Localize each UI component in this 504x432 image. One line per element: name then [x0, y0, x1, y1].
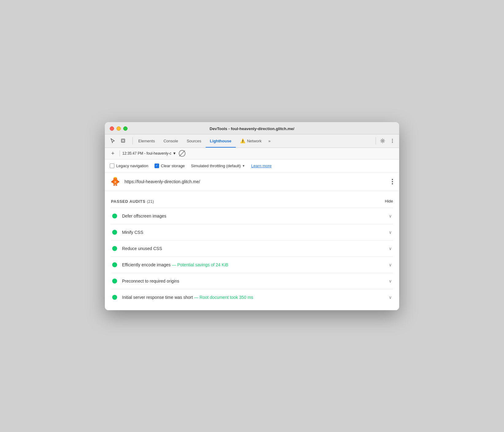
svg-point-3 [392, 139, 393, 140]
tab-sources[interactable]: Sources [182, 134, 206, 148]
throttling-selector[interactable]: Simulated throttling (default) ▼ [191, 164, 245, 168]
session-selector[interactable]: 12:35:47 PM - foul-heavenly-c ▼ [122, 151, 176, 156]
svg-point-13 [114, 181, 116, 183]
cursor-icon[interactable] [109, 137, 117, 145]
passed-audits-title: PASSED AUDITS [111, 199, 145, 204]
svg-rect-9 [111, 181, 113, 183]
maximize-button[interactable] [123, 126, 128, 131]
audit-item[interactable]: Preconnect to required origins ∨ [111, 273, 393, 289]
pass-indicator-icon [112, 262, 117, 267]
svg-rect-12 [116, 184, 117, 186]
audit-label: Reduce unused CSS [122, 246, 384, 251]
settings-icon[interactable] [378, 137, 387, 145]
clear-storage-checkbox[interactable] [155, 164, 159, 168]
chevron-down-icon: ∨ [389, 230, 392, 235]
audit-label: Efficiently encode images — Potential sa… [122, 262, 384, 267]
legacy-navigation-checkbox[interactable] [110, 164, 114, 168]
throttling-dropdown-arrow: ▼ [242, 164, 245, 168]
legacy-navigation-option[interactable]: Legacy navigation [110, 164, 148, 168]
settings-icons [374, 137, 397, 145]
tabs-more-button[interactable]: » [266, 139, 273, 143]
chevron-down-icon: ∨ [389, 295, 392, 300]
audit-item[interactable]: Efficiently encode images — Potential sa… [111, 257, 393, 273]
page-url: https://foul-heavenly-direction.glitch.m… [124, 179, 387, 184]
learn-more-link[interactable]: Learn more [251, 164, 271, 168]
tab-network-with-warning: ⚠️ Network [240, 138, 262, 143]
more-vert-icon[interactable] [388, 137, 397, 145]
tab-lighthouse[interactable]: Lighthouse [206, 134, 236, 148]
audit-item[interactable]: Minify CSS ∨ [111, 224, 393, 241]
session-dropdown-arrow[interactable]: ▼ [173, 151, 176, 156]
audit-item[interactable]: Defer offscreen images ∨ [111, 208, 393, 224]
close-button[interactable] [110, 126, 114, 131]
optionsbar: Legacy navigation Clear storage Simulate… [105, 160, 399, 172]
svg-rect-8 [114, 177, 116, 178]
tab-console[interactable]: Console [159, 134, 182, 148]
pass-indicator-icon [112, 246, 117, 251]
audit-savings: — Root document took 350 ms [194, 295, 253, 300]
audit-savings: — Potential savings of 24 KiB [172, 262, 228, 267]
audit-label: Preconnect to required origins [122, 279, 384, 284]
passed-audits-count: (21) [147, 199, 154, 204]
chevron-down-icon: ∨ [389, 246, 392, 251]
tab-elements[interactable]: Elements [134, 134, 159, 148]
layers-icon[interactable] [119, 137, 128, 145]
audit-label: Initial server response time was short —… [122, 295, 384, 300]
devtools-toolbar-icons [107, 137, 129, 145]
svg-rect-1 [122, 140, 124, 142]
audit-label: Minify CSS [122, 230, 384, 235]
passed-audits-header: PASSED AUDITS (21) Hide [111, 196, 393, 208]
svg-rect-0 [121, 139, 125, 142]
passed-audits-title-area: PASSED AUDITS (21) [111, 199, 154, 204]
hide-audits-button[interactable]: Hide [385, 199, 393, 203]
chevron-down-icon: ∨ [389, 214, 392, 218]
svg-point-4 [392, 141, 393, 141]
chevron-down-icon: ∨ [389, 262, 392, 267]
tab-divider-2 [376, 137, 376, 145]
window-title: DevTools - foul-heavenly-direction.glitc… [210, 126, 294, 131]
chevron-down-icon: ∨ [389, 279, 392, 284]
url-bar: https://foul-heavenly-direction.glitch.m… [105, 172, 399, 191]
devtools-window: DevTools - foul-heavenly-direction.glitc… [105, 122, 399, 310]
traffic-lights [110, 126, 128, 131]
url-more-options-button[interactable] [391, 178, 394, 186]
svg-rect-11 [113, 184, 115, 186]
toolbar: + 12:35:47 PM - foul-heavenly-c ▼ [105, 148, 399, 160]
svg-point-2 [382, 140, 384, 142]
svg-rect-10 [117, 181, 119, 183]
toolbar-divider [120, 150, 120, 156]
add-session-button[interactable]: + [109, 149, 117, 158]
pass-indicator-icon [112, 214, 117, 218]
audit-label: Defer offscreen images [122, 214, 384, 218]
main-content: PASSED AUDITS (21) Hide Defer offscreen … [105, 191, 399, 310]
lighthouse-logo-icon [110, 176, 121, 187]
audit-item[interactable]: Initial server response time was short —… [111, 289, 393, 305]
tab-divider-1 [132, 137, 133, 145]
tab-network[interactable]: ⚠️ Network [236, 134, 266, 148]
pass-indicator-icon [112, 295, 117, 300]
titlebar: DevTools - foul-heavenly-direction.glitc… [105, 122, 399, 134]
block-requests-icon[interactable] [179, 150, 185, 157]
warning-icon: ⚠️ [240, 138, 245, 143]
audit-item[interactable]: Reduce unused CSS ∨ [111, 241, 393, 257]
pass-indicator-icon [112, 230, 117, 235]
pass-indicator-icon [112, 279, 117, 284]
minimize-button[interactable] [116, 126, 121, 131]
svg-point-5 [392, 142, 393, 143]
tabsbar: Elements Console Sources Lighthouse ⚠️ N… [105, 134, 399, 148]
audit-list: Defer offscreen images ∨ Minify CSS ∨ Re… [111, 208, 393, 305]
clear-storage-option[interactable]: Clear storage [155, 164, 185, 168]
